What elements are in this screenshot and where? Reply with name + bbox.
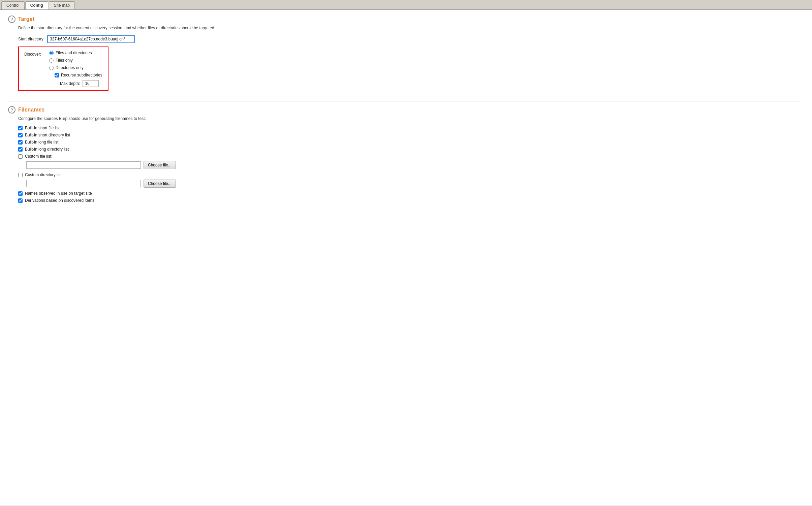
target-section: ? Target Define the start directory for … — [8, 15, 801, 94]
choose-dir-file-button[interactable]: Choose file... — [144, 180, 176, 188]
discover-box: Discover: Files and directories Files on… — [18, 46, 108, 91]
target-description: Define the start directory for the conte… — [18, 26, 801, 30]
derivations-label: Derivations based on discovered items — [25, 198, 94, 203]
target-help-icon[interactable]: ? — [8, 15, 15, 23]
tab-sitemap[interactable]: Site map — [49, 1, 75, 9]
builtin-long-file-checkbox[interactable] — [18, 140, 23, 145]
custom-file-input-row: Choose file... — [26, 161, 801, 169]
custom-dir-list-row: Custom directory list: Choose file... — [18, 172, 801, 188]
radio-dirs-only[interactable]: Directories only — [49, 65, 102, 70]
custom-dir-list-input[interactable] — [26, 180, 141, 187]
discover-radio-group: Files and directories Files only Directo… — [49, 51, 102, 87]
start-directory-input[interactable] — [47, 35, 135, 43]
derivations-row[interactable]: Derivations based on discovered items — [18, 198, 801, 203]
max-depth-label: Max depth: — [60, 81, 80, 86]
builtin-short-file-label: Built-in short file list — [25, 126, 60, 130]
max-depth-row: Max depth: — [60, 80, 102, 87]
builtin-short-dir-checkbox[interactable] — [18, 133, 23, 137]
tab-control[interactable]: Control — [1, 1, 25, 9]
builtin-short-dir-row[interactable]: Built-in short directory list — [18, 133, 801, 137]
choose-file-button[interactable]: Choose file... — [144, 161, 176, 169]
custom-dir-input-row: Choose file... — [26, 180, 801, 188]
max-depth-input[interactable] — [83, 80, 99, 87]
names-observed-row[interactable]: Names observed in use on target site — [18, 191, 801, 196]
builtin-long-file-row[interactable]: Built-in long file list — [18, 140, 801, 145]
filenames-help-icon[interactable]: ? — [8, 106, 15, 114]
main-content: ? Target Define the start directory for … — [0, 10, 812, 505]
names-observed-checkbox[interactable] — [18, 191, 23, 196]
builtin-long-dir-row[interactable]: Built-in long directory list — [18, 147, 801, 152]
target-title: Target — [18, 16, 34, 22]
discover-label: Discover: — [24, 51, 41, 57]
builtin-short-file-row[interactable]: Built-in short file list — [18, 126, 801, 130]
custom-dir-list-label: Custom directory list: — [25, 172, 63, 177]
recurse-label: Recurse subdirectories — [61, 73, 102, 77]
tab-bar: Control Config Site map — [0, 0, 812, 10]
filenames-title: Filenames — [18, 107, 44, 113]
recurse-checkbox[interactable] — [55, 73, 59, 77]
recurse-checkbox-row[interactable]: Recurse subdirectories — [55, 73, 102, 77]
builtin-long-file-label: Built-in long file list — [25, 140, 58, 145]
custom-file-list-label: Custom file list: — [25, 154, 52, 159]
derivations-checkbox[interactable] — [18, 198, 23, 203]
custom-file-list-checkbox[interactable] — [18, 154, 23, 159]
filenames-options: Built-in short file list Built-in short … — [18, 126, 801, 203]
builtin-short-file-checkbox[interactable] — [18, 126, 23, 130]
divider — [8, 101, 801, 101]
builtin-short-dir-label: Built-in short directory list — [25, 133, 70, 137]
filenames-section: ? Filenames Configure the sources Burp s… — [8, 106, 801, 203]
custom-file-list-row: Custom file list: Choose file... — [18, 154, 801, 169]
radio-files-only[interactable]: Files only — [49, 58, 102, 63]
custom-file-list-checkbox-row[interactable]: Custom file list: — [18, 154, 801, 159]
discover-label-row: Discover: Files and directories Files on… — [24, 51, 102, 87]
names-observed-label: Names observed in use on target site — [25, 191, 92, 196]
custom-dir-list-checkbox[interactable] — [18, 173, 23, 177]
filenames-description: Configure the sources Burp should use fo… — [18, 116, 801, 121]
start-directory-row: Start directory: — [18, 35, 801, 43]
tab-config[interactable]: Config — [25, 1, 48, 9]
filenames-header: ? Filenames — [8, 106, 801, 114]
start-directory-label: Start directory: — [18, 37, 44, 41]
builtin-long-dir-label: Built-in long directory list — [25, 147, 69, 152]
custom-dir-list-checkbox-row[interactable]: Custom directory list: — [18, 172, 801, 177]
custom-file-list-input[interactable] — [26, 161, 141, 169]
radio-files-and-dirs[interactable]: Files and directories — [49, 51, 102, 55]
target-header: ? Target — [8, 15, 801, 23]
builtin-long-dir-checkbox[interactable] — [18, 147, 23, 152]
